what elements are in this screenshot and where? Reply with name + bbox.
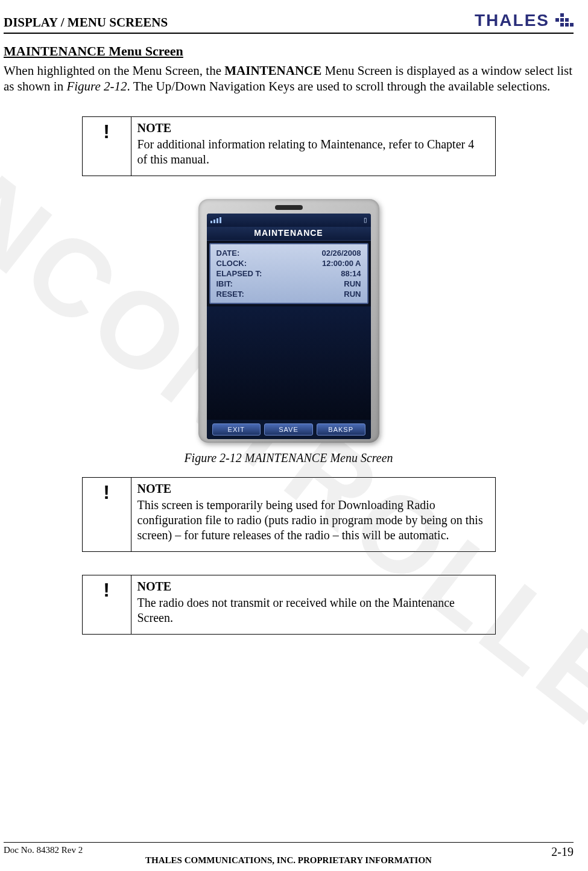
menu-value: 02/26/2008 bbox=[321, 249, 361, 258]
softkey-exit[interactable]: EXIT bbox=[212, 423, 261, 435]
softkey-baksp[interactable]: BAKSP bbox=[317, 423, 365, 435]
brand-squares-icon bbox=[555, 13, 574, 27]
body-span: . The Up/Down Navigation Keys are used t… bbox=[127, 79, 551, 93]
note-box-wrap: ! NOTE For additional information relati… bbox=[4, 116, 574, 176]
menu-label: ELAPSED T: bbox=[217, 269, 262, 278]
menu-value: RUN bbox=[344, 290, 361, 299]
note-text: This screen is temporarily being used fo… bbox=[138, 498, 487, 543]
battery-icon: ▯ bbox=[364, 217, 367, 223]
note-box: ! NOTE The radio does not transmit or re… bbox=[82, 575, 496, 635]
figure-wrap: ▯ MAINTENANCE DATE: 02/26/2008 CLOCK: 12… bbox=[4, 199, 574, 465]
device-mockup: ▯ MAINTENANCE DATE: 02/26/2008 CLOCK: 12… bbox=[198, 199, 379, 443]
footer-proprietary: THALES COMMUNICATIONS, INC. PROPRIETARY … bbox=[4, 855, 574, 866]
note-box: ! NOTE For additional information relati… bbox=[82, 116, 496, 176]
exclamation-icon: ! bbox=[103, 580, 110, 600]
signal-icon bbox=[210, 217, 221, 223]
document-page: UNCONTROLLED DISPLAY / MENU SCREENS THAL… bbox=[0, 0, 588, 871]
menu-row: RESET: RUN bbox=[215, 289, 362, 299]
figure-caption: Figure 2-12 MAINTENANCE Menu Screen bbox=[184, 451, 393, 465]
note-body: NOTE For additional information relating… bbox=[131, 117, 495, 176]
screen-fill bbox=[207, 306, 371, 420]
status-bar: ▯ bbox=[207, 214, 371, 227]
page-footer: Doc No. 84382 Rev 2 2-19 THALES COMMUNIC… bbox=[4, 842, 574, 859]
note-heading: NOTE bbox=[138, 481, 487, 496]
section-title: MAINTENANCE Menu Screen bbox=[4, 43, 574, 59]
note-box-wrap: ! NOTE This screen is temporarily being … bbox=[4, 477, 574, 552]
menu-label: IBIT: bbox=[217, 279, 233, 288]
menu-row: IBIT: RUN bbox=[215, 279, 362, 289]
menu-row: DATE: 02/26/2008 bbox=[215, 248, 362, 258]
note-heading: NOTE bbox=[138, 121, 487, 136]
header-section-title: DISPLAY / MENU SCREENS bbox=[4, 15, 168, 30]
menu-row: CLOCK: 12:00:00 A bbox=[215, 258, 362, 268]
note-text: For additional information relating to M… bbox=[138, 137, 487, 167]
note-icon-cell: ! bbox=[83, 478, 131, 551]
device-screen: ▯ MAINTENANCE DATE: 02/26/2008 CLOCK: 12… bbox=[207, 214, 371, 439]
menu-label: DATE: bbox=[217, 249, 240, 258]
note-body: NOTE The radio does not transmit or rece… bbox=[131, 575, 495, 634]
body-span: When highlighted on the Menu Screen, the bbox=[4, 63, 224, 78]
brand-text: THALES bbox=[475, 11, 549, 30]
note-box-wrap: ! NOTE The radio does not transmit or re… bbox=[4, 575, 574, 635]
menu-label: CLOCK: bbox=[217, 259, 247, 268]
page-header: DISPLAY / MENU SCREENS THALES bbox=[4, 11, 574, 34]
note-box: ! NOTE This screen is temporarily being … bbox=[82, 477, 496, 552]
softkey-row: EXIT SAVE BAKSP bbox=[207, 420, 371, 439]
note-icon-cell: ! bbox=[83, 117, 131, 176]
softkey-save[interactable]: SAVE bbox=[264, 423, 313, 435]
brand-logo: THALES bbox=[475, 11, 574, 30]
menu-list: DATE: 02/26/2008 CLOCK: 12:00:00 A ELAPS… bbox=[209, 243, 368, 304]
note-icon-cell: ! bbox=[83, 575, 131, 634]
footer-doc-id: Doc No. 84382 Rev 2 bbox=[4, 845, 83, 855]
screen-title: MAINTENANCE bbox=[207, 227, 371, 241]
device-speaker-slot bbox=[275, 205, 303, 210]
body-paragraph: When highlighted on the Menu Screen, the… bbox=[4, 63, 574, 95]
body-italic: Figure 2-12 bbox=[66, 79, 127, 93]
note-body: NOTE This screen is temporarily being us… bbox=[131, 478, 495, 551]
exclamation-icon: ! bbox=[103, 122, 110, 141]
footer-rule bbox=[4, 842, 574, 843]
menu-row: ELAPSED T: 88:14 bbox=[215, 268, 362, 279]
note-text: The radio does not transmit or received … bbox=[138, 595, 487, 626]
exclamation-icon: ! bbox=[103, 483, 110, 502]
body-bold: MAINTENANCE bbox=[224, 63, 321, 78]
menu-value: 12:00:00 A bbox=[322, 259, 361, 268]
menu-value: RUN bbox=[344, 279, 361, 288]
note-heading: NOTE bbox=[138, 579, 487, 594]
menu-value: 88:14 bbox=[341, 269, 361, 278]
menu-label: RESET: bbox=[217, 290, 244, 299]
